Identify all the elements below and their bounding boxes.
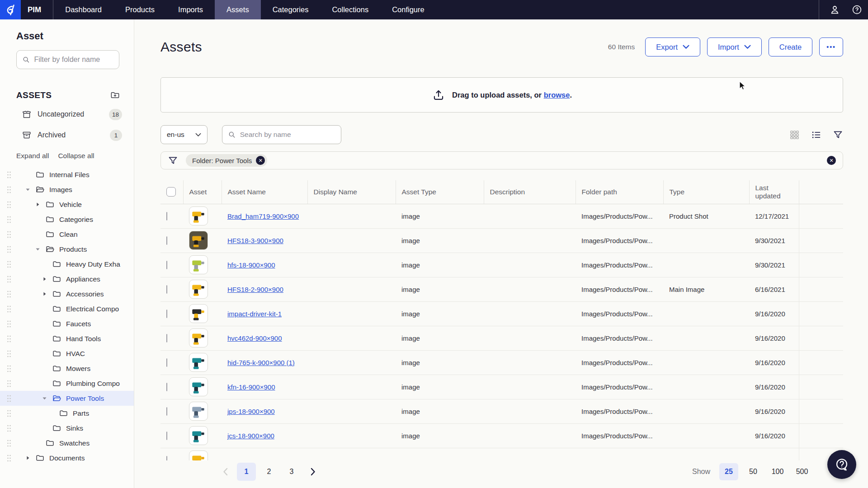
caret-right-icon[interactable] bbox=[35, 202, 45, 207]
tree-item-swatches[interactable]: Swatches bbox=[0, 436, 134, 450]
caret-down-icon[interactable] bbox=[25, 187, 35, 192]
asset-name-link[interactable]: hfs-18-900×900 bbox=[227, 261, 275, 269]
page-size-50[interactable]: 50 bbox=[744, 463, 763, 480]
drag-handle-icon[interactable] bbox=[6, 320, 12, 330]
collapse-all-link[interactable]: Collapse all bbox=[58, 152, 94, 160]
page-button-2[interactable]: 2 bbox=[259, 463, 278, 481]
tree-item-heavy-duty-exha[interactable]: Heavy Duty Exha bbox=[0, 257, 134, 272]
row-checkbox[interactable] bbox=[166, 383, 167, 391]
app-logo[interactable] bbox=[0, 0, 21, 19]
tree-item-categories[interactable]: Categories bbox=[0, 212, 134, 227]
browse-link[interactable]: browse bbox=[544, 91, 570, 99]
asset-thumbnail[interactable] bbox=[189, 206, 208, 225]
page-size-25[interactable]: 25 bbox=[719, 463, 738, 480]
chip-close-icon[interactable]: ✕ bbox=[256, 156, 265, 165]
column-header-display-name[interactable]: Display Name bbox=[307, 180, 396, 204]
column-header-type[interactable]: Type bbox=[663, 180, 749, 204]
asset-thumbnail[interactable] bbox=[189, 328, 208, 347]
tree-item-clean[interactable]: Clean bbox=[0, 227, 134, 242]
help-icon[interactable] bbox=[846, 0, 868, 19]
row-checkbox[interactable] bbox=[166, 456, 167, 461]
caret-right-icon[interactable] bbox=[25, 455, 35, 460]
drag-handle-icon[interactable] bbox=[6, 380, 12, 389]
drag-handle-icon[interactable] bbox=[6, 186, 12, 196]
asset-thumbnail[interactable] bbox=[189, 353, 208, 372]
tree-item-internal-files[interactable]: Internal Files bbox=[0, 167, 134, 182]
column-header-description[interactable]: Description bbox=[484, 180, 576, 204]
create-button[interactable]: Create bbox=[769, 38, 813, 56]
page-button-3[interactable]: 3 bbox=[282, 463, 301, 481]
nav-item-configure[interactable]: Configure bbox=[380, 0, 436, 19]
asset-thumbnail[interactable] bbox=[189, 426, 208, 445]
drag-handle-icon[interactable] bbox=[6, 365, 12, 375]
caret-right-icon[interactable] bbox=[42, 277, 52, 282]
asset-thumbnail[interactable] bbox=[189, 304, 208, 323]
select-all-checkbox[interactable] bbox=[166, 187, 176, 197]
more-actions-button[interactable]: ••• bbox=[819, 38, 843, 56]
asset-thumbnail[interactable] bbox=[189, 377, 208, 396]
drag-handle-icon[interactable] bbox=[6, 230, 12, 240]
drag-handle-icon[interactable] bbox=[6, 171, 12, 181]
tree-item-hvac[interactable]: HVAC bbox=[0, 346, 134, 361]
nav-item-products[interactable]: Products bbox=[113, 0, 166, 19]
drag-handle-icon[interactable] bbox=[6, 454, 12, 464]
tree-item-power-tools[interactable]: Power Tools bbox=[0, 391, 134, 406]
page-button-1[interactable]: 1 bbox=[237, 463, 256, 481]
page-size-100[interactable]: 100 bbox=[768, 463, 787, 480]
drag-handle-icon[interactable] bbox=[6, 424, 12, 434]
asset-name-link[interactable]: jps-18-900×900 bbox=[227, 408, 275, 415]
column-header-asset-type[interactable]: Asset Type bbox=[396, 180, 484, 204]
asset-thumbnail[interactable] bbox=[189, 255, 208, 274]
drag-handle-icon[interactable] bbox=[6, 394, 12, 404]
folder-plus-icon[interactable] bbox=[110, 90, 120, 100]
asset-name-link[interactable]: hvc462d-900×900 bbox=[227, 334, 282, 342]
nav-item-dashboard[interactable]: Dashboard bbox=[53, 0, 113, 19]
caret-down-icon[interactable] bbox=[42, 396, 52, 401]
filter-chip-power-tools[interactable]: Folder: Power Tools ✕ bbox=[186, 154, 267, 167]
tree-item-appliances[interactable]: Appliances bbox=[0, 272, 134, 286]
tree-item-sinks[interactable]: Sinks bbox=[0, 421, 134, 436]
drag-handle-icon[interactable] bbox=[6, 260, 12, 270]
row-checkbox[interactable] bbox=[166, 310, 167, 318]
row-checkbox[interactable] bbox=[166, 236, 167, 245]
list-view-icon[interactable] bbox=[811, 130, 821, 140]
row-checkbox[interactable] bbox=[166, 358, 167, 367]
asset-name-link[interactable]: Brad_ham719-900×900 bbox=[227, 212, 299, 220]
nav-item-imports[interactable]: Imports bbox=[166, 0, 215, 19]
asset-name-link[interactable]: kfn-16-900×900 bbox=[227, 383, 275, 391]
caret-down-icon[interactable] bbox=[35, 247, 45, 252]
drag-handle-icon[interactable] bbox=[6, 350, 12, 360]
tree-item-hand-tools[interactable]: Hand Tools bbox=[0, 331, 134, 346]
row-checkbox[interactable] bbox=[166, 334, 167, 343]
drag-handle-icon[interactable] bbox=[6, 275, 12, 285]
drag-handle-icon[interactable] bbox=[6, 439, 12, 449]
asset-thumbnail[interactable] bbox=[189, 402, 208, 421]
row-checkbox[interactable] bbox=[166, 407, 167, 416]
asset-thumbnail[interactable] bbox=[189, 450, 208, 460]
drag-handle-icon[interactable] bbox=[6, 290, 12, 300]
grid-view-icon[interactable] bbox=[789, 130, 800, 140]
tree-item-faucets[interactable]: Faucets bbox=[0, 316, 134, 331]
tree-item-documents[interactable]: Documents bbox=[0, 450, 134, 465]
tree-item-vehicle[interactable]: Vehicle bbox=[0, 197, 134, 212]
import-button[interactable]: Import bbox=[707, 38, 762, 56]
column-header-asset[interactable]: Asset bbox=[183, 180, 222, 204]
sidebar-item-uncategorized[interactable]: Uncategorized18 bbox=[0, 104, 134, 125]
drag-handle-icon[interactable] bbox=[6, 409, 12, 419]
clear-filters-icon[interactable]: ✕ bbox=[827, 156, 836, 165]
asset-name-link[interactable]: HFS18-2-900×900 bbox=[227, 286, 283, 293]
drag-handle-icon[interactable] bbox=[6, 216, 12, 225]
asset-search-input[interactable] bbox=[240, 131, 335, 139]
tree-item-products[interactable]: Products bbox=[0, 242, 134, 257]
column-header-last-updated[interactable]: Last updated bbox=[749, 180, 799, 204]
tree-item-accessories[interactable]: Accessories bbox=[0, 286, 134, 301]
row-checkbox[interactable] bbox=[166, 432, 167, 440]
export-button[interactable]: Export bbox=[645, 38, 700, 56]
asset-name-link[interactable]: hid-765-k-900×900 (1) bbox=[227, 359, 295, 366]
row-checkbox[interactable] bbox=[166, 285, 167, 294]
sidebar-item-archived[interactable]: Archived1 bbox=[0, 125, 134, 145]
asset-name-link[interactable]: jcs-18-900×900 bbox=[227, 432, 274, 440]
expand-all-link[interactable]: Expand all bbox=[16, 152, 49, 160]
user-icon[interactable] bbox=[824, 0, 846, 19]
tree-item-mowers[interactable]: Mowers bbox=[0, 361, 134, 376]
